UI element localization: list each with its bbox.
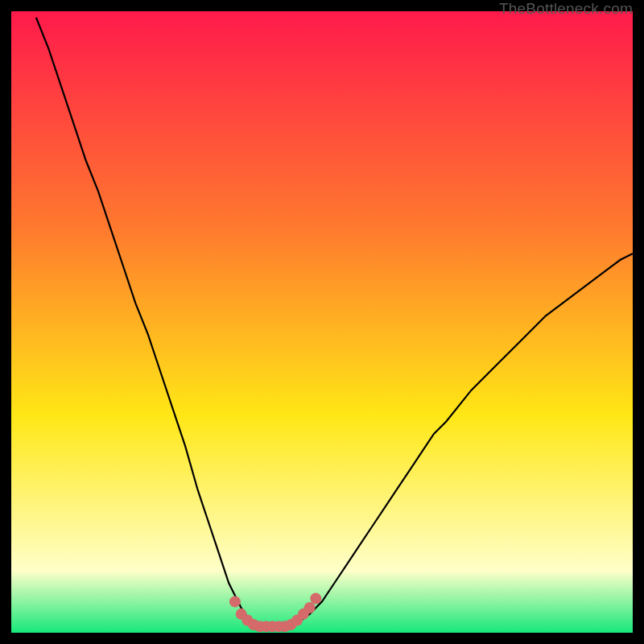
bottleneck-chart: [11, 11, 633, 633]
trough-marker: [229, 596, 241, 607]
trough-marker: [310, 593, 321, 605]
chart-frame: [11, 11, 633, 633]
trough-marker: [304, 602, 316, 613]
watermark-text: TheBottleneck.com: [499, 0, 633, 18]
